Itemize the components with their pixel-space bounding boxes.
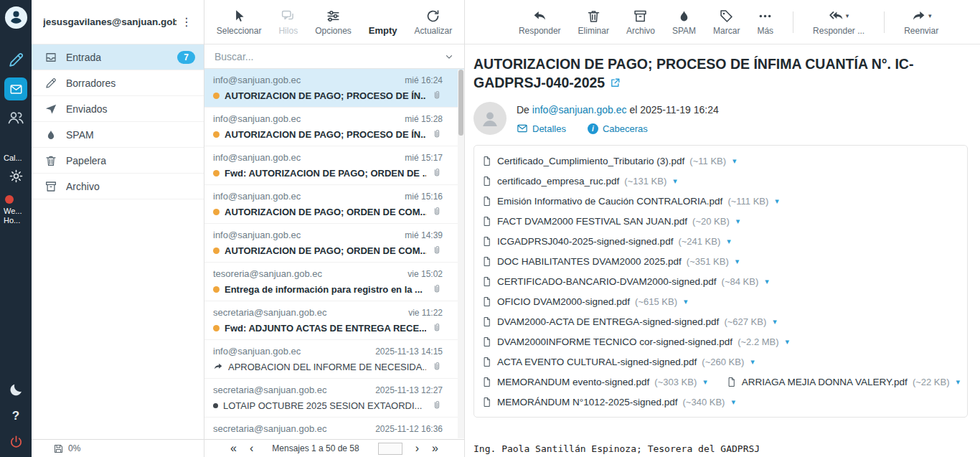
- folder-item-entrada[interactable]: Entrada 7: [32, 44, 204, 70]
- search-input[interactable]: [215, 51, 438, 62]
- details-link[interactable]: Detalles: [517, 123, 566, 134]
- attachment-menu-caret-icon[interactable]: ▾: [727, 237, 731, 246]
- headers-link[interactable]: i Cabeceras: [588, 123, 648, 134]
- attachment-menu-caret-icon[interactable]: ▾: [736, 217, 740, 226]
- attachment-menu-caret-icon[interactable]: ▾: [786, 337, 790, 347]
- page-first-button[interactable]: «: [230, 443, 237, 454]
- attachment-menu-caret-icon[interactable]: ▾: [732, 156, 737, 166]
- attachment-menu-caret-icon[interactable]: ▾: [673, 176, 677, 186]
- reply-all-button[interactable]: ▾ Responder ...: [808, 6, 870, 39]
- compose-button[interactable]: [0, 29, 32, 69]
- folder-item-enviados[interactable]: Enviados: [32, 96, 204, 122]
- message-row[interactable]: info@sanjuan.gob.ec mié 14:39 AUTORIZACI…: [204, 224, 464, 263]
- logout-button[interactable]: [0, 435, 32, 457]
- message-sender: tesoreria@sanjuan.gob.ec: [213, 268, 322, 279]
- message-date: 2025-11-12 16:36: [375, 424, 443, 434]
- attachment-item[interactable]: DVAM2000INFORME TECNICO cor-signed-signe…: [481, 336, 789, 348]
- threads-button[interactable]: Hilos: [273, 6, 303, 39]
- attachment-menu-caret-icon[interactable]: ▾: [684, 297, 688, 306]
- attachment-item[interactable]: ARRIAGA MEJIA DONNA VALERY.pdf (~22 KB) …: [726, 376, 960, 388]
- page-last-button[interactable]: »: [432, 443, 438, 454]
- message-row[interactable]: secretaria@sanjuan.gob.ec 2025-11-12 16:…: [204, 418, 464, 439]
- attachment-name: DVAM2000INFORME TECNICO cor-signed-signe…: [497, 336, 732, 347]
- attachment-row: ICGADPRSJ040-2025-signed-signed.pdf (~24…: [481, 231, 960, 251]
- attachment-menu-caret-icon[interactable]: ▾: [735, 257, 740, 266]
- attachment-item[interactable]: Emisión Informativo de Caución CONTRALOR…: [481, 195, 779, 207]
- attachment-menu-caret-icon[interactable]: ▾: [731, 397, 735, 407]
- more-button[interactable]: Más: [752, 6, 778, 39]
- attachment-menu-caret-icon[interactable]: ▾: [703, 377, 707, 387]
- mail-nav-button[interactable]: [0, 69, 32, 100]
- attachment-item[interactable]: DOC HABILITANTES DVAM2000 2025.pdf (~351…: [481, 255, 739, 268]
- delete-button[interactable]: Eliminar: [573, 6, 614, 39]
- folder-item-archivo[interactable]: Archivo: [32, 174, 204, 199]
- message-sender: info@sanjuan.gob.ec: [213, 346, 301, 357]
- reply-button[interactable]: Responder: [514, 6, 566, 39]
- attachment-item[interactable]: MEMORÁNDUM N°1012-2025-signed.pdf (~340 …: [481, 396, 735, 408]
- from-email-link[interactable]: info@sanjuan.gob.ec: [532, 104, 627, 116]
- pdf-file-icon: [481, 175, 492, 187]
- attachment-item[interactable]: ICGADPRSJ040-2025-signed-signed.pdf (~24…: [481, 235, 731, 248]
- folder-item-spam[interactable]: SPAM: [32, 122, 204, 148]
- empty-button[interactable]: Empty: [364, 5, 402, 39]
- pdf-file-icon: [481, 195, 492, 207]
- message-row[interactable]: tesoreria@sanjuan.gob.ec vie 15:02 Entre…: [204, 263, 464, 301]
- attachment-item[interactable]: certificado_empresa_ruc.pdf (~131 KB) ▾: [481, 175, 677, 187]
- chevron-down-icon[interactable]: ▾: [846, 12, 849, 19]
- page-input[interactable]: [378, 443, 402, 455]
- help-button[interactable]: ?: [0, 409, 32, 435]
- dark-mode-button[interactable]: [0, 382, 32, 409]
- message-row[interactable]: info@sanjuan.gob.ec mié 16:24 AUTORIZACI…: [204, 69, 464, 108]
- attachment-menu-caret-icon[interactable]: ▾: [750, 357, 755, 367]
- account-menu-kebab-icon[interactable]: ⋮: [176, 14, 197, 30]
- message-row[interactable]: info@sanjuan.gob.ec mié 15:16 AUTORIZACI…: [204, 185, 464, 224]
- paperclip-icon: [431, 322, 443, 334]
- refresh-button[interactable]: Actualizar: [410, 6, 458, 39]
- archive-icon: [633, 9, 648, 24]
- search-bar[interactable]: [204, 44, 464, 69]
- sidebar-item-calendar[interactable]: Cal...: [0, 154, 32, 163]
- page-next-button[interactable]: ›: [415, 443, 419, 454]
- attachment-item[interactable]: FACT DVAM2000 FESTIVAL SAN JUAN.pdf (~20…: [481, 215, 740, 227]
- chevron-down-icon[interactable]: ▾: [928, 12, 932, 19]
- archive-button[interactable]: Archivo: [621, 6, 660, 39]
- message-row[interactable]: secretaria@sanjuan.gob.ec vie 11:22 Fwd:…: [204, 301, 464, 340]
- message-row[interactable]: info@sanjuan.gob.ec mié 15:17 Fwd: AUTOR…: [204, 146, 464, 185]
- attachment-item[interactable]: Certificado_Cumplimiento_Tributario (3).…: [481, 155, 737, 167]
- contacts-nav-button[interactable]: [0, 100, 32, 126]
- attachment-menu-caret-icon[interactable]: ▾: [775, 197, 779, 206]
- list-scrollbar-thumb[interactable]: [458, 70, 463, 136]
- pdf-file-icon: [481, 255, 492, 268]
- attachment-menu-caret-icon[interactable]: ▾: [765, 277, 769, 286]
- forward-button[interactable]: ▾ Reenviar: [899, 6, 943, 39]
- attachment-menu-caret-icon[interactable]: ▾: [773, 317, 777, 326]
- toolbar-label: Responder: [519, 26, 561, 36]
- webmail-home-label-1: We...: [4, 207, 30, 216]
- pdf-file-icon: [481, 215, 492, 227]
- external-link-icon[interactable]: [610, 77, 621, 88]
- attachment-item[interactable]: CERTIFICADO-BANCARIO-DVAM2000-signed.pdf…: [481, 275, 769, 288]
- page-prev-button[interactable]: ‹: [250, 443, 253, 454]
- search-options-chevron-icon[interactable]: [444, 52, 454, 62]
- attachment-item[interactable]: MEMORANDUM evento-signed.pdf (~303 KB) ▾: [481, 376, 707, 388]
- select-button[interactable]: Seleccionar: [212, 6, 267, 39]
- attachment-item[interactable]: OFICIO DVAM2000-signed.pdf (~615 KB) ▾: [481, 296, 688, 308]
- attachment-item[interactable]: ACTA EVENTO CULTURAL-signed-signed.pdf (…: [481, 356, 755, 368]
- attachment-item[interactable]: DVAM2000-ACTA DE ENTREGA-signed-signed.p…: [481, 316, 777, 328]
- sidebar-item-webmail-home[interactable]: We... Ho...: [0, 195, 32, 225]
- message-row[interactable]: secretaria@sanjuan.gob.ec 2025-11-13 12:…: [204, 379, 464, 418]
- toolbar-label: Más: [757, 26, 773, 36]
- spam-button[interactable]: SPAM: [667, 6, 701, 39]
- options-button[interactable]: Opciones: [310, 6, 357, 39]
- attachment-menu-caret-icon[interactable]: ▾: [956, 377, 961, 387]
- list-scrollbar[interactable]: [458, 70, 464, 438]
- message-toolbar-main: ResponderEliminarArchivoSPAMMarcarMás: [514, 6, 778, 39]
- settings-button[interactable]: [0, 163, 32, 184]
- app-logo[interactable]: [0, 0, 32, 29]
- folder-item-borradores[interactable]: Borradores: [32, 70, 204, 96]
- message-row[interactable]: info@sanjuan.gob.ec mié 15:28 AUTORIZACI…: [204, 108, 464, 146]
- message-row[interactable]: info@sanjuan.gob.ec 2025-11-13 14:15 APR…: [204, 340, 464, 379]
- folder-item-papelera[interactable]: Papelera: [32, 148, 204, 174]
- mark-button[interactable]: Marcar: [708, 6, 745, 39]
- unread-dot-icon: [213, 325, 220, 331]
